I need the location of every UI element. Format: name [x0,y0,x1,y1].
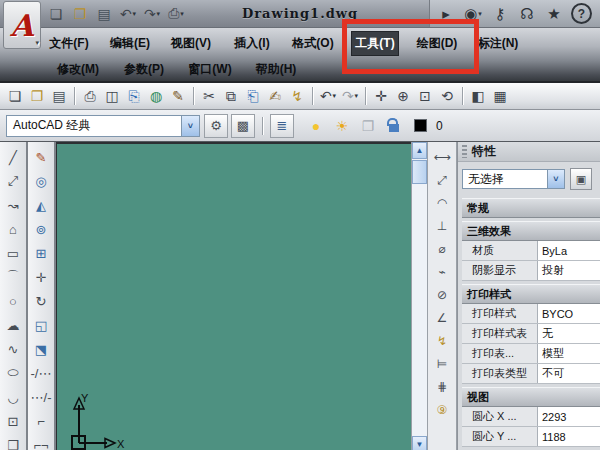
chevron-down-icon[interactable]: ▾ [355,92,359,100]
block-editor-icon[interactable]: ↯ [287,86,307,107]
aligned-dimension-icon[interactable]: ⤢ [431,168,453,191]
menu-parametric[interactable]: 参数(P) [121,58,167,81]
chevron-down-icon[interactable]: ˅ [547,170,564,188]
zoom-realtime-icon[interactable]: ⊕ [393,86,413,107]
paste-icon[interactable]: ⎗ [243,86,263,107]
menu-help[interactable]: 帮助(H) [253,58,299,81]
circle-icon[interactable]: ○ [2,289,24,313]
plot-icon[interactable]: ⎙ [80,86,100,107]
arc-icon[interactable]: ⌒ [2,265,24,289]
toggle-pickadd-button[interactable]: ▣ [570,168,592,190]
scroll-track[interactable] [412,184,427,436]
menu-window[interactable]: 窗口(W) [187,58,233,81]
rotate-icon[interactable]: ↻ [30,289,52,313]
extend-icon[interactable]: ⋯/- [30,385,52,409]
property-value[interactable]: 不可 [538,364,600,383]
palette-grip[interactable] [462,145,467,158]
properties-header[interactable]: 特性 [458,142,600,162]
communication-center-icon[interactable]: ☊ [517,3,537,24]
scroll-thumb[interactable] [412,160,427,184]
section-header[interactable]: 打印样式 [462,284,600,304]
stretch-icon[interactable]: ⬔ [30,337,52,361]
markup-icon[interactable]: ✎ [168,86,188,107]
new-file-icon[interactable]: ❏ [5,86,25,107]
undo-icon[interactable]: ↶▾ [118,3,138,24]
ellipse-arc-icon[interactable]: ◡ [2,385,24,409]
layer-color-swatch-icon[interactable] [410,115,430,136]
design-center-icon[interactable]: ▦ [490,86,510,107]
property-value[interactable]: 1188 [538,427,600,446]
spline-icon[interactable]: ∿ [2,337,24,361]
break-icon[interactable]: ⌐¬ [30,433,52,450]
section-header[interactable]: 视图 [462,387,600,407]
arc-length-dimension-icon[interactable]: ◠ [431,191,453,214]
property-value[interactable]: BYCO [538,304,600,323]
make-block-icon[interactable]: ❒ [2,433,24,450]
open-file-icon[interactable]: ❐ [70,3,90,24]
property-value[interactable]: 2293 [538,407,600,426]
scroll-down-icon[interactable]: ▼ [412,436,427,450]
polygon-icon[interactable]: ⌂ [2,217,24,241]
copy-icon[interactable]: ⧉ [221,86,241,107]
chevron-down-icon[interactable]: ˅ [181,116,199,136]
rectangle-icon[interactable]: ▭ [2,241,24,265]
ellipse-icon[interactable]: ⬭ [2,361,24,385]
zoom-previous-icon[interactable]: ⟲ [437,86,457,107]
pan-icon[interactable]: ✛ [371,86,391,107]
property-value[interactable]: 无 [538,324,600,343]
zoom-window-icon[interactable]: ⊡ [415,86,435,107]
diameter-dimension-icon[interactable]: ⊘ [431,283,453,306]
workspace-combo[interactable]: AutoCAD 经典 ˅ [6,115,200,137]
save-icon[interactable]: ▤ [49,86,69,107]
mirror-icon[interactable]: ◭ [30,193,52,217]
quick-dimension-icon[interactable]: ↯ [431,329,453,352]
layer-viewport-freeze-icon[interactable]: ❐ [358,115,378,136]
scroll-up-icon[interactable]: ▲ [412,142,427,159]
plot-preview-icon[interactable]: ◫ [102,86,122,107]
publish-icon[interactable]: ⎘ [124,86,144,107]
baseline-dimension-icon[interactable]: ⊨ [431,352,453,375]
layer-thaw-sun-icon[interactable]: ☀ [332,115,352,136]
chevron-down-icon[interactable]: ▾ [133,10,137,18]
menu-edit[interactable]: 编辑(E) [107,32,153,55]
break-at-point-icon[interactable]: ⌐ [30,409,52,433]
array-icon[interactable]: ⊞ [30,241,52,265]
my-workspace-icon[interactable]: ▩ [231,114,255,138]
save-icon[interactable]: ▤ [94,3,114,24]
key-icon[interactable]: ⚷ [490,3,510,24]
workspace-settings-icon[interactable]: ⚙ [204,114,228,138]
open-file-icon[interactable]: ❐ [27,86,47,107]
scale-icon[interactable]: ◱ [30,313,52,337]
copy-object-icon[interactable]: ◎ [30,169,52,193]
linear-dimension-icon[interactable]: ⟷ [431,145,453,168]
layer-on-bulb-icon[interactable]: ● [306,115,326,136]
chevron-down-icon[interactable]: ▾ [333,92,337,100]
vertical-scrollbar[interactable]: ▲ ▼ [411,142,427,450]
drawing-canvas[interactable]: Y X [56,142,411,450]
chevron-down-icon[interactable]: ▾ [478,10,482,18]
section-header[interactable]: 常规 [462,198,600,218]
cut-icon[interactable]: ✂ [199,86,219,107]
menu-file[interactable]: 文件(F) [46,32,92,55]
construction-line-icon[interactable]: ⤢ [2,169,24,193]
move-icon[interactable]: ✛ [30,265,52,289]
layer-unlock-icon[interactable] [384,115,404,136]
angular-dimension-icon[interactable]: ∠ [431,306,453,329]
ordinate-dimension-icon[interactable]: ⊥ [431,214,453,237]
3d-dwf-icon[interactable]: ◍ [146,86,166,107]
redo-icon[interactable]: ↷▾ [340,86,360,107]
erase-icon[interactable]: ✎ [30,145,52,169]
section-header[interactable]: 三维效果 [462,221,600,241]
property-value[interactable]: 投射 [538,261,600,280]
menu-insert[interactable]: 插入(I) [229,32,275,55]
selection-combo[interactable]: 无选择 ˅ [462,169,565,189]
layer-properties-manager-icon[interactable]: ≣ [270,114,294,138]
jogged-dimension-icon[interactable]: ⌁ [431,260,453,283]
continue-dimension-icon[interactable]: ⋕ [431,375,453,398]
dimension-edit-icon[interactable]: ⑨ [431,398,453,421]
menu-format[interactable]: 格式(O) [290,32,336,55]
match-properties-icon[interactable]: ✍ [265,86,285,107]
polyline-icon[interactable]: ↝ [2,193,24,217]
radius-dimension-icon[interactable]: ⌀ [431,237,453,260]
insert-block-icon[interactable]: ⊡ [2,409,24,433]
